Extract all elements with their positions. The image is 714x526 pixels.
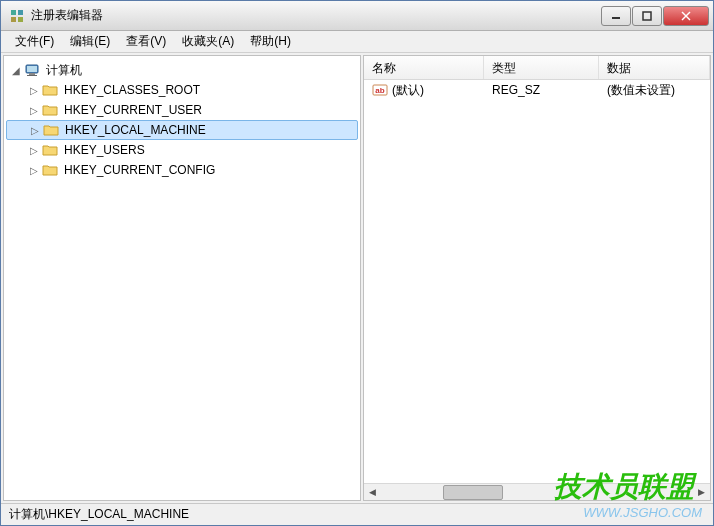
svg-rect-10 [29, 73, 35, 75]
folder-icon [43, 122, 59, 138]
menu-file[interactable]: 文件(F) [7, 31, 62, 52]
menu-view[interactable]: 查看(V) [118, 31, 174, 52]
scroll-left-icon[interactable]: ◀ [364, 484, 381, 501]
horizontal-scrollbar[interactable]: ◀ ▶ [364, 483, 710, 500]
folder-icon [42, 162, 58, 178]
tree-label: HKEY_CURRENT_USER [62, 102, 204, 118]
list-body[interactable]: ab (默认) REG_SZ (数值未设置) [364, 80, 710, 483]
menu-favorites[interactable]: 收藏夹(A) [174, 31, 242, 52]
svg-rect-3 [18, 17, 23, 22]
tree-label: HKEY_CLASSES_ROOT [62, 82, 202, 98]
maximize-button[interactable] [632, 6, 662, 26]
expand-icon[interactable]: ▷ [28, 104, 40, 116]
column-name[interactable]: 名称 [364, 56, 484, 79]
tree-node-hkcc[interactable]: ▷ HKEY_CURRENT_CONFIG [6, 160, 358, 180]
computer-icon [24, 62, 40, 78]
expand-icon[interactable]: ▷ [28, 164, 40, 176]
svg-rect-9 [27, 66, 37, 72]
minimize-button[interactable] [601, 6, 631, 26]
expand-icon[interactable]: ▷ [28, 144, 40, 156]
expand-icon[interactable]: ▷ [28, 84, 40, 96]
svg-rect-2 [11, 17, 16, 22]
titlebar[interactable]: 注册表编辑器 [1, 1, 713, 31]
tree-root[interactable]: ◢ 计算机 [6, 60, 358, 80]
folder-icon [42, 82, 58, 98]
tree-panel[interactable]: ◢ 计算机 ▷ HKEY_CLASSES_ROOT ▷ HKEY_CURRENT… [3, 55, 361, 501]
tree-label: HKEY_CURRENT_CONFIG [62, 162, 217, 178]
tree-node-hkcr[interactable]: ▷ HKEY_CLASSES_ROOT [6, 80, 358, 100]
scroll-right-icon[interactable]: ▶ [693, 484, 710, 501]
svg-text:ab: ab [375, 86, 384, 95]
menu-help[interactable]: 帮助(H) [242, 31, 299, 52]
menu-edit[interactable]: 编辑(E) [62, 31, 118, 52]
statusbar: 计算机\HKEY_LOCAL_MACHINE [1, 503, 713, 525]
folder-icon [42, 102, 58, 118]
status-path: 计算机\HKEY_LOCAL_MACHINE [9, 506, 189, 523]
content-area: ◢ 计算机 ▷ HKEY_CLASSES_ROOT ▷ HKEY_CURRENT… [1, 53, 713, 503]
tree-root-label: 计算机 [44, 61, 84, 80]
list-panel: 名称 类型 数据 ab (默认) REG_SZ (数值未设置) ◀ [363, 55, 711, 501]
scroll-thumb[interactable] [443, 485, 503, 500]
list-row[interactable]: ab (默认) REG_SZ (数值未设置) [364, 80, 710, 100]
svg-rect-1 [18, 10, 23, 15]
window-frame: 注册表编辑器 文件(F) 编辑(E) 查看(V) 收藏夹(A) 帮助(H) ◢ … [0, 0, 714, 526]
app-icon [9, 8, 25, 24]
window-title: 注册表编辑器 [31, 7, 601, 24]
tree-node-hklm[interactable]: ▷ HKEY_LOCAL_MACHINE [6, 120, 358, 140]
value-type: REG_SZ [484, 81, 599, 99]
expand-icon[interactable]: ▷ [29, 124, 41, 136]
list-header: 名称 类型 数据 [364, 56, 710, 80]
folder-icon [42, 142, 58, 158]
menubar: 文件(F) 编辑(E) 查看(V) 收藏夹(A) 帮助(H) [1, 31, 713, 53]
scroll-track[interactable] [381, 484, 693, 500]
value-data: (数值未设置) [599, 80, 710, 101]
column-data[interactable]: 数据 [599, 56, 710, 79]
value-name: (默认) [392, 82, 424, 99]
svg-rect-11 [27, 75, 37, 76]
collapse-icon[interactable]: ◢ [10, 64, 22, 76]
tree-node-hkcu[interactable]: ▷ HKEY_CURRENT_USER [6, 100, 358, 120]
svg-rect-0 [11, 10, 16, 15]
window-controls [601, 6, 709, 26]
close-button[interactable] [663, 6, 709, 26]
tree-node-hku[interactable]: ▷ HKEY_USERS [6, 140, 358, 160]
tree-label: HKEY_LOCAL_MACHINE [63, 122, 208, 138]
tree-label: HKEY_USERS [62, 142, 147, 158]
column-type[interactable]: 类型 [484, 56, 599, 79]
svg-rect-5 [643, 12, 651, 20]
string-value-icon: ab [372, 82, 388, 98]
